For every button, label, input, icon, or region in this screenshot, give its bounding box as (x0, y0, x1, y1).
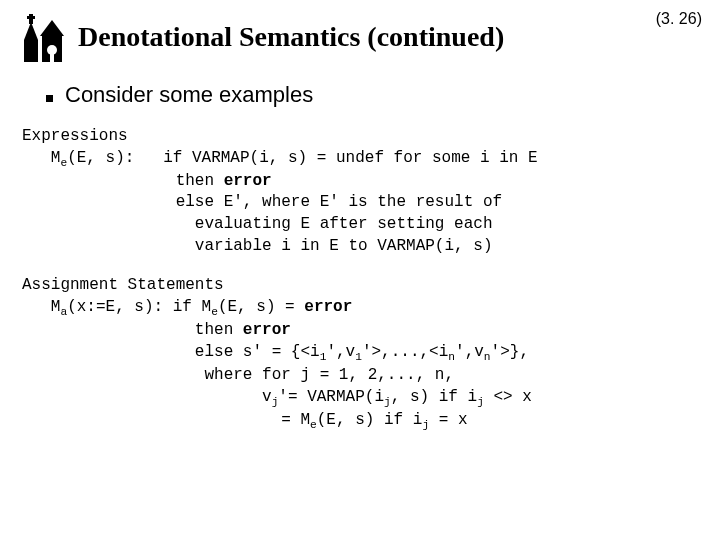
svg-rect-0 (24, 40, 38, 62)
page-number: (3. 26) (656, 10, 702, 28)
assign-l4: where for j = 1, 2,..., n, (195, 366, 454, 384)
expr-sig: (E, s): (67, 149, 134, 167)
assign-l3a: else s' = {<i (195, 343, 320, 361)
svg-marker-1 (24, 22, 38, 40)
assign-l6a: = M (195, 411, 310, 429)
assign-l6c: = x (429, 411, 467, 429)
page-title: Denotational Semantics (continued) (78, 21, 504, 53)
svg-marker-5 (40, 20, 64, 36)
assign-l5b: '= VARMAP(i (278, 388, 384, 406)
assignment-block: Assignment Statements Ma(x:=E, s): if Me… (22, 275, 702, 433)
expressions-block: Expressions Me(E, s): if VARMAP(i, s) = … (22, 126, 702, 257)
assign-sig-r: (E, s) = (218, 298, 304, 316)
error-keyword: error (304, 298, 352, 316)
assign-sig-l: (x:=E, s): if M (67, 298, 211, 316)
university-logo-icon (18, 10, 66, 64)
expr-heading: Expressions (22, 127, 128, 145)
bullet-item: Consider some examples (46, 82, 702, 108)
bullet-dot-icon (46, 95, 53, 102)
error-keyword: error (224, 172, 272, 190)
assign-heading: Assignment Statements (22, 276, 224, 294)
assign-l3b: ',v (326, 343, 355, 361)
bullet-text: Consider some examples (65, 82, 313, 108)
assign-l3c: '>,...,<i (362, 343, 448, 361)
expr-l4: evaluating E after setting each (176, 215, 493, 233)
assign-l2a: then (195, 321, 243, 339)
assign-l5c: , s) if i (391, 388, 477, 406)
error-keyword: error (243, 321, 291, 339)
assign-l5d: <> x (484, 388, 532, 406)
assign-l3d: ',v (455, 343, 484, 361)
svg-rect-7 (50, 50, 54, 62)
expr-l3: else E', where E' is the result of (176, 193, 502, 211)
assign-l6b: (E, s) if i (317, 411, 423, 429)
expr-l5: variable i in E to VARMAP(i, s) (176, 237, 493, 255)
expr-l2a: then (176, 172, 224, 190)
expr-l1: if VARMAP(i, s) = undef for some i in E (163, 149, 537, 167)
header: Denotational Semantics (continued) (18, 10, 702, 64)
assign-l3e: '>}, (491, 343, 529, 361)
svg-rect-3 (27, 16, 35, 19)
assign-l5a: v (195, 388, 272, 406)
